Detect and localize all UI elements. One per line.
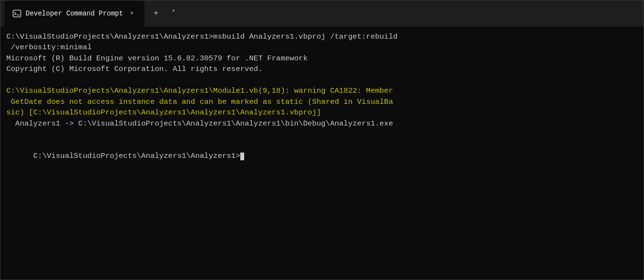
dropdown-button[interactable]: ˅ [166, 6, 181, 21]
terminal-icon [12, 9, 22, 18]
new-tab-button[interactable]: + [148, 6, 164, 21]
terminal-body[interactable]: C:\VisualStudioProjects\Analyzers1\Analy… [0, 27, 644, 280]
empty-line [6, 75, 638, 85]
terminal-tab[interactable]: Developer Command Prompt × [4, 0, 145, 27]
terminal-window: Developer Command Prompt × + ˅ C:\Visual… [0, 0, 644, 280]
terminal-prompt-line: C:\VisualStudioProjects\Analyzers1\Analy… [6, 140, 638, 172]
terminal-line: Copyright (C) Microsoft Corporation. All… [6, 64, 638, 74]
tab-actions: + ˅ [148, 6, 181, 21]
terminal-line-warning: C:\VisualStudioProjects\Analyzers1\Analy… [6, 85, 638, 96]
terminal-line: C:\VisualStudioProjects\Analyzers1\Analy… [6, 31, 638, 42]
empty-line [6, 129, 638, 140]
svg-rect-0 [13, 10, 21, 17]
terminal-prompt: C:\VisualStudioProjects\Analyzers1\Analy… [33, 152, 240, 160]
terminal-cursor [240, 153, 244, 160]
tab-label: Developer Command Prompt [26, 10, 123, 17]
terminal-line-warning: sic) [C:\VisualStudioProjects\Analyzers1… [6, 107, 638, 118]
title-bar: Developer Command Prompt × + ˅ [0, 0, 644, 27]
tab-close-button[interactable]: × [127, 9, 137, 18]
terminal-line: Microsoft (R) Build Engine version 15.6.… [6, 53, 638, 64]
terminal-line: /verbosity:minimal [6, 42, 638, 53]
terminal-line-warning: GetDate does not access instance data an… [6, 97, 638, 107]
terminal-line-output: Analyzers1 -> C:\VisualStudioProjects\An… [6, 118, 638, 129]
